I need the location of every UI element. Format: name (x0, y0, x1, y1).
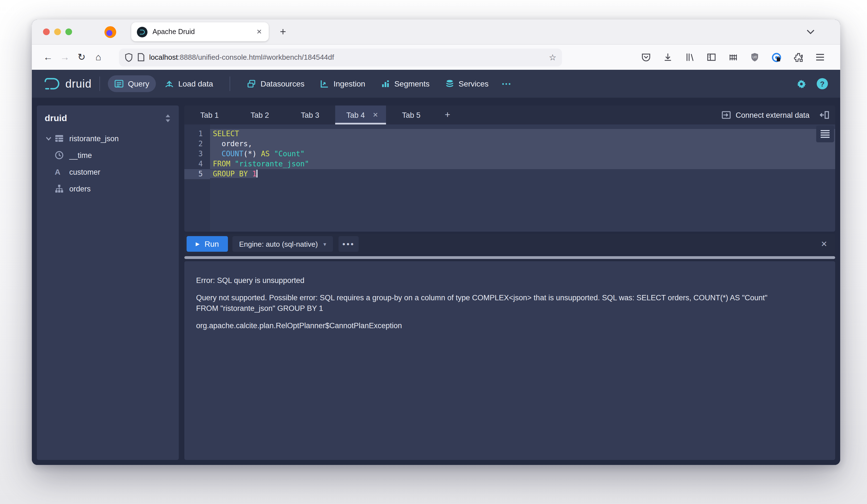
sort-icon[interactable] (165, 114, 171, 122)
add-tab-button[interactable]: + (436, 106, 459, 124)
font-icon: A (55, 167, 69, 176)
error-detail: Query not supported. Possible error: SQL… (196, 293, 789, 314)
sidebar-item-label: customer (69, 168, 100, 176)
pocket-icon[interactable] (640, 52, 651, 63)
sidebar-item-orders[interactable]: orders (37, 180, 179, 197)
home-icon[interactable]: ⌂ (90, 49, 107, 66)
window-controls (43, 29, 72, 35)
line-number-active: 5 (184, 169, 210, 179)
connect-data-icon (722, 110, 731, 119)
sidebar-item-ristorante-json[interactable]: ristorante_json (37, 130, 179, 147)
druid-brand[interactable]: druid (44, 77, 92, 90)
code-line-5: GROUP BY 1 (210, 169, 835, 179)
schema-header: druid (37, 113, 179, 130)
app-body: druid ristorante_json __time (32, 98, 840, 465)
query-icon (115, 79, 124, 88)
sidebar-item-time[interactable]: __time (37, 147, 179, 164)
browser-tab[interactable]: Apache Druid ✕ (131, 22, 269, 41)
sidebar-toggle-icon[interactable] (706, 52, 717, 63)
tab-4-label: Tab 4 (346, 111, 365, 119)
forward-icon[interactable]: → (56, 49, 73, 66)
nav-query-label: Query (128, 79, 149, 88)
ublock-icon[interactable]: U0 (749, 52, 760, 63)
query-more-button[interactable]: ●●● (339, 236, 358, 252)
schema-sidebar: druid ristorante_json __time (37, 106, 179, 460)
workbench-main: Tab 1 Tab 2 Tab 3 Tab 4 ✕ Tab 5 + Connec… (184, 106, 835, 460)
results-panel: Error: SQL query is unsupported Query no… (184, 261, 835, 460)
toolbar-extensions: U0 (640, 52, 826, 63)
error-exception: org.apache.calcite.plan.RelOptPlanner$Ca… (196, 321, 822, 330)
tab-5[interactable]: Tab 5 (386, 106, 436, 124)
extensions-puzzle-icon[interactable] (793, 52, 804, 63)
tab-3[interactable]: Tab 3 (285, 106, 335, 124)
panel-splitter-handle[interactable] (184, 256, 835, 259)
caret-down-icon: ▾ (323, 241, 326, 247)
code-line-1: SELECT (210, 129, 835, 139)
panel-collapse-icon[interactable] (813, 106, 835, 124)
nav-datasources[interactable]: Datasources (240, 75, 311, 92)
nav-services-label: Services (459, 79, 489, 88)
tab-close-icon[interactable]: ✕ (373, 111, 378, 119)
url-text[interactable]: localhost:8888/unified-console.html#work… (149, 53, 544, 62)
sidebar-item-customer[interactable]: A customer (37, 164, 179, 180)
nav-query[interactable]: Query (108, 75, 156, 92)
editor-menu-icon[interactable] (816, 125, 834, 142)
line-number: 2 (184, 139, 210, 149)
reload-icon[interactable]: ↻ (73, 49, 90, 66)
brand-name: druid (65, 77, 92, 90)
url-host: localhost (149, 53, 178, 62)
svg-text:U0: U0 (752, 55, 757, 59)
engine-label: Engine: auto (sql-native) (239, 240, 318, 248)
new-tab-button[interactable]: + (280, 26, 286, 38)
nav-services[interactable]: Services (439, 75, 495, 92)
menu-icon[interactable] (814, 52, 826, 63)
tab-4-active[interactable]: Tab 4 ✕ (335, 106, 386, 124)
play-icon: ▶ (195, 241, 200, 247)
downloads-icon[interactable] (662, 52, 673, 63)
line-number: 1 (184, 129, 210, 139)
zoom-window-button[interactable] (65, 29, 72, 35)
browser-toolbar: ← → ↻ ⌂ localhost:8888/unified-console.h… (32, 44, 840, 70)
tab-1[interactable]: Tab 1 (184, 106, 235, 124)
browser-tab-title: Apache Druid (152, 28, 255, 36)
nav-load-data[interactable]: Load data (158, 75, 220, 92)
query-tab-bar: Tab 1 Tab 2 Tab 3 Tab 4 ✕ Tab 5 + Connec… (184, 106, 835, 124)
tab-overview-chevron-icon[interactable] (807, 29, 814, 34)
table-icon (55, 134, 69, 143)
sidebar-item-label: ristorante_json (69, 134, 119, 143)
sql-editor[interactable]: 1 2 3 4 5 SELECT orders, COUNT(*) AS "Co… (184, 124, 835, 232)
close-results-icon[interactable]: ✕ (815, 239, 833, 248)
editor-code[interactable]: SELECT orders, COUNT(*) AS "Count" FROM … (210, 124, 835, 232)
bookmark-star-icon[interactable]: ☆ (549, 52, 556, 62)
nav-overflow-icon[interactable]: ••• (497, 80, 516, 87)
browser-tab-close-icon[interactable]: ✕ (255, 28, 263, 36)
nav-segments[interactable]: Segments (374, 75, 436, 92)
containers-icon[interactable] (727, 52, 739, 63)
nav-segments-label: Segments (394, 79, 430, 88)
help-icon[interactable]: ? (817, 78, 828, 89)
connect-external-data-label: Connect external data (736, 111, 810, 119)
minimize-window-button[interactable] (54, 29, 61, 35)
tab-2[interactable]: Tab 2 (235, 106, 285, 124)
url-bar[interactable]: localhost:8888/unified-console.html#work… (119, 48, 562, 66)
privacy-lock-icon[interactable] (771, 52, 782, 63)
nav-datasources-label: Datasources (260, 79, 304, 88)
schema-name: druid (45, 113, 165, 123)
run-button[interactable]: ▶ Run (186, 236, 228, 252)
nav-ingestion[interactable]: Ingestion (313, 75, 372, 92)
settings-gear-icon[interactable] (796, 78, 807, 89)
ingestion-icon (320, 79, 329, 88)
chevron-down-icon[interactable] (42, 136, 55, 140)
page-info-icon[interactable] (137, 53, 145, 62)
tracking-shield-icon[interactable] (125, 53, 133, 62)
druid-header: druid Query Load data Datasources (32, 70, 840, 98)
close-window-button[interactable] (43, 29, 50, 35)
library-icon[interactable] (684, 52, 695, 63)
druid-nav: Query Load data Datasources Ingestion (108, 75, 516, 92)
engine-select[interactable]: Engine: auto (sql-native) ▾ (232, 236, 333, 252)
connect-external-data-button[interactable]: Connect external data (718, 106, 813, 124)
back-icon[interactable]: ← (40, 49, 56, 66)
datasources-icon (247, 79, 256, 88)
code-line-3: COUNT(*) AS "Count" (210, 149, 835, 159)
screenshot-stage: Apache Druid ✕ + ← → ↻ ⌂ localhost:8 (0, 0, 867, 504)
